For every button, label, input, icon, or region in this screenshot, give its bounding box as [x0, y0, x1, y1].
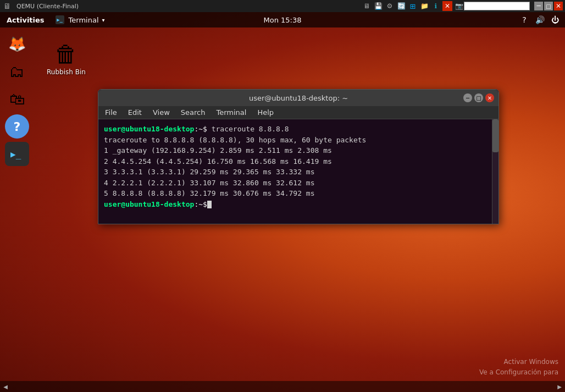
- terminal-window: user@ubuntu18-desktop: ~ ─ □ ✕ File Edit…: [98, 89, 499, 224]
- prompt-user-final: user@ubuntu18-desktop: [104, 200, 194, 208]
- dock-icon-terminal[interactable]: ▶_: [5, 142, 29, 166]
- info-icon[interactable]: ℹ: [431, 1, 441, 11]
- terminal-minimize-button[interactable]: ─: [463, 93, 472, 102]
- floppy-icon[interactable]: 💾: [373, 1, 383, 11]
- dock: 🦊 🗂 🛍 ? ▶_: [0, 27, 34, 381]
- terminal-menu-terminal[interactable]: Terminal: [214, 107, 248, 118]
- ubuntu-top-panel: Activities ▶_ Terminal ▾ Mon 15:38 ? 🔊 ⏻: [0, 12, 565, 27]
- qemu-window-controls: ─ □ ✕: [534, 2, 563, 10]
- monitor-icon[interactable]: 🖥: [362, 1, 372, 11]
- svg-text:▶_: ▶_: [10, 149, 21, 159]
- prompt-path-final: :~$: [194, 200, 207, 208]
- terminal-title: user@ubuntu18-desktop: ~: [249, 94, 348, 102]
- terminal-line-prompt-final: user@ubuntu18-desktop:~$: [104, 199, 493, 210]
- windows-icon[interactable]: ⊞: [408, 1, 418, 11]
- refresh-icon[interactable]: 🔄: [396, 1, 406, 11]
- dock-icon-files[interactable]: 🗂: [5, 59, 29, 84]
- terminal-menu-file[interactable]: File: [103, 107, 119, 118]
- scroll-left-button[interactable]: ◀: [0, 381, 11, 392]
- terminal-menu-search[interactable]: Search: [179, 107, 208, 118]
- panel-help-icon[interactable]: ?: [519, 14, 530, 25]
- rubbish-bin-icon: 🗑: [54, 43, 77, 66]
- qemu-close-button[interactable]: ✕: [554, 2, 563, 10]
- terminal-scrollbar-thumb[interactable]: [492, 119, 498, 152]
- panel-audio-icon[interactable]: 🔊: [534, 14, 545, 25]
- terminal-close-button[interactable]: ✕: [485, 93, 494, 102]
- output-2: traceroute to 8.8.8.8 (8.8.8.8), 30 hops…: [104, 136, 366, 144]
- qemu-toolbar: 🖥 💾 ⚙ 🔄 ⊞ 📁 ℹ ✕ 📷: [362, 1, 464, 11]
- panel-app-name: Terminal: [69, 16, 99, 24]
- panel-activities-button[interactable]: Activities: [0, 12, 51, 27]
- gear-icon[interactable]: ⚙: [385, 1, 395, 11]
- terminal-maximize-button[interactable]: □: [474, 93, 483, 102]
- terminal-line-6: 4 2.2.2.1 (2.2.2.1) 33.107 ms 32.860 ms …: [104, 178, 493, 189]
- terminal-line-2: traceroute to 8.8.8.8 (8.8.8.8), 30 hops…: [104, 135, 493, 146]
- terminal-line-7: 5 8.8.8.8 (8.8.8.8) 32.179 ms 30.676 ms …: [104, 188, 493, 199]
- activate-windows-line2: Ve a Configuración para: [479, 367, 558, 378]
- output-5: 3 3.3.3.1 (3.3.3.1) 29.259 ms 29.365 ms …: [104, 168, 315, 176]
- terminal-cursor: [207, 201, 212, 208]
- output-6: 4 2.2.2.1 (2.2.2.1) 33.107 ms 32.860 ms …: [104, 179, 315, 187]
- activate-windows-watermark: Activar Windows Ve a Configuración para: [479, 357, 558, 378]
- output-7: 5 8.8.8.8 (8.8.8.8) 32.179 ms 30.676 ms …: [104, 189, 315, 197]
- qemu-titlebar-left: 🖥 QEMU (Cliente-Final): [2, 1, 359, 11]
- terminal-line-5: 3 3.3.3.1 (3.3.3.1) 29.259 ms 29.365 ms …: [104, 167, 493, 178]
- prompt-path-1: :~$: [194, 125, 207, 133]
- panel-terminal-icon: ▶_: [56, 15, 64, 24]
- terminal-line-3: 1 _gateway (192.168.9.254) 2.859 ms 2.51…: [104, 145, 493, 156]
- dock-icon-help[interactable]: ?: [5, 114, 29, 139]
- cmd-1: traceroute 8.8.8.8: [207, 125, 289, 133]
- terminal-menu-edit[interactable]: Edit: [126, 107, 144, 118]
- output-4: 2 4.4.5.254 (4.4.5.254) 16.750 ms 16.568…: [104, 157, 332, 165]
- panel-app-menu[interactable]: ▶_ Terminal ▾: [51, 12, 109, 27]
- scroll-right-button[interactable]: ▶: [554, 381, 565, 392]
- camera-icon[interactable]: 📷: [454, 1, 464, 11]
- qemu-minimize-button[interactable]: ─: [534, 2, 543, 10]
- qemu-title: QEMU (Cliente-Final): [16, 3, 79, 10]
- output-3: 1 _gateway (192.168.9.254) 2.859 ms 2.51…: [104, 146, 332, 154]
- qemu-titlebar: 🖥 QEMU (Cliente-Final) 🖥 💾 ⚙ 🔄 ⊞ 📁 ℹ ✕ 📷…: [0, 0, 565, 12]
- qemu-app-icon: 🖥: [2, 1, 12, 11]
- bottom-bar: ◀ ▶: [0, 381, 565, 392]
- rubbish-bin-label: Rubbish Bin: [47, 68, 86, 76]
- rubbish-bin[interactable]: 🗑 Rubbish Bin: [47, 43, 86, 76]
- qemu-search-input[interactable]: [464, 2, 530, 10]
- terminal-dock-svg: ▶_: [7, 144, 27, 164]
- panel-clock[interactable]: Mon 15:38: [263, 16, 301, 24]
- dock-icon-firefox[interactable]: 🦊: [5, 32, 29, 56]
- terminal-menu-help[interactable]: Help: [255, 107, 276, 118]
- terminal-menu-view[interactable]: View: [151, 107, 172, 118]
- stop-icon[interactable]: ✕: [442, 1, 452, 11]
- terminal-line-1: user@ubuntu18-desktop:~$ traceroute 8.8.…: [104, 124, 493, 135]
- panel-power-icon[interactable]: ⏻: [550, 14, 561, 25]
- terminal-window-buttons: ─ □ ✕: [463, 93, 494, 102]
- folder-icon[interactable]: 📁: [419, 1, 429, 11]
- terminal-body[interactable]: user@ubuntu18-desktop:~$ traceroute 8.8.…: [98, 119, 498, 224]
- terminal-scrollbar[interactable]: [492, 119, 498, 224]
- dock-icon-appstore[interactable]: 🛍: [5, 87, 29, 111]
- terminal-titlebar: user@ubuntu18-desktop: ~ ─ □ ✕: [98, 90, 498, 106]
- prompt-user-1: user@ubuntu18-desktop: [104, 125, 194, 133]
- desktop: 🖥 QEMU (Cliente-Final) 🖥 💾 ⚙ 🔄 ⊞ 📁 ℹ ✕ 📷…: [0, 0, 565, 392]
- panel-app-arrow: ▾: [102, 17, 105, 23]
- terminal-line-4: 2 4.4.5.254 (4.4.5.254) 16.750 ms 16.568…: [104, 156, 493, 167]
- qemu-maximize-button[interactable]: □: [544, 2, 553, 10]
- terminal-menubar: File Edit View Search Terminal Help: [98, 106, 498, 119]
- panel-right-icons: ? 🔊 ⏻: [519, 14, 565, 25]
- activate-windows-line1: Activar Windows: [479, 357, 558, 367]
